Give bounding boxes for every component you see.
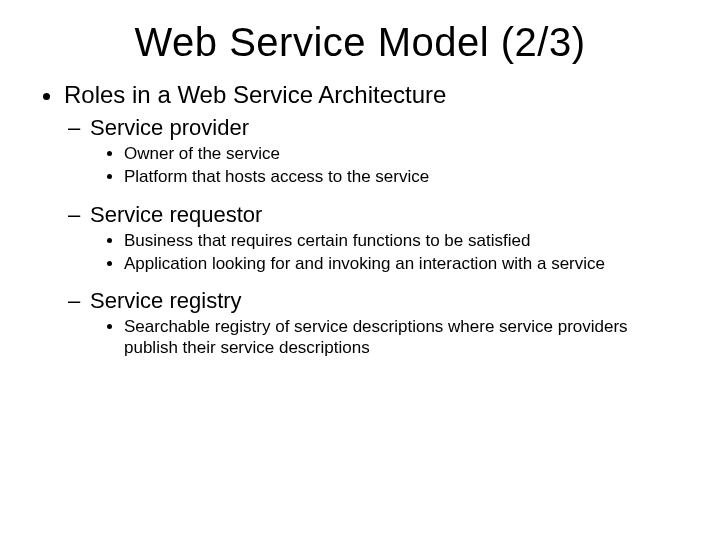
role-detail: Application looking for and invoking an … <box>124 253 684 274</box>
role-item-provider: Service provider Owner of the service Pl… <box>90 115 684 188</box>
main-heading-item: Roles in a Web Service Architecture Serv… <box>64 81 684 359</box>
slide: Web Service Model (2/3) Roles in a Web S… <box>0 0 720 540</box>
role-item-requestor: Service requestor Business that requires… <box>90 202 684 275</box>
role-detail: Platform that hosts access to the servic… <box>124 166 684 187</box>
bullet-list-level-3: Owner of the service Platform that hosts… <box>90 143 684 188</box>
bullet-list-level-2: Service provider Owner of the service Pl… <box>64 115 684 359</box>
role-detail: Owner of the service <box>124 143 684 164</box>
role-name: Service requestor <box>90 202 262 227</box>
bullet-list-level-1: Roles in a Web Service Architecture Serv… <box>36 81 684 359</box>
main-heading-text: Roles in a Web Service Architecture <box>64 81 446 108</box>
bullet-list-level-3: Business that requires certain functions… <box>90 230 684 275</box>
bullet-list-level-3: Searchable registry of service descripti… <box>90 316 684 359</box>
role-name: Service provider <box>90 115 249 140</box>
slide-title: Web Service Model (2/3) <box>36 20 684 65</box>
role-detail: Searchable registry of service descripti… <box>124 316 684 359</box>
role-name: Service registry <box>90 288 242 313</box>
role-item-registry: Service registry Searchable registry of … <box>90 288 684 359</box>
role-detail: Business that requires certain functions… <box>124 230 684 251</box>
